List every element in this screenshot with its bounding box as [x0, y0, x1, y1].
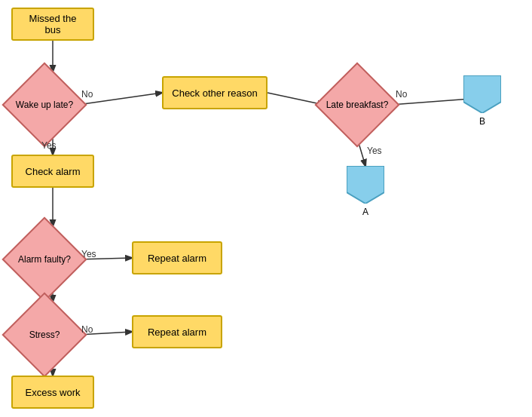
connector-a-label: A [362, 207, 368, 217]
stress-diamond: Stress? [11, 302, 78, 368]
check-alarm-label: Check alarm [26, 166, 81, 177]
late-breakfast-diamond-shape [314, 62, 399, 147]
excess-work-node: Excess work [11, 376, 94, 409]
repeat-alarm-2-label: Repeat alarm [148, 327, 206, 338]
no-late-label: No [396, 89, 407, 100]
connector-b: B [463, 75, 501, 127]
missed-bus-label: Missed the bus [20, 13, 85, 35]
no-stress-label: No [81, 324, 93, 335]
repeat-alarm-1-label: Repeat alarm [148, 253, 206, 264]
svg-marker-11 [347, 166, 384, 204]
yes-wake-label: Yes [41, 140, 57, 151]
alarm-faulty-diamond: Alarm faulty? [11, 226, 78, 293]
wake-up-late-diamond: Wake up late? [11, 72, 78, 138]
yes-alarm-label: Yes [81, 249, 96, 259]
connector-a-shape [347, 166, 384, 204]
arrows-svg [0, 0, 532, 417]
missed-bus-node: Missed the bus [11, 8, 94, 41]
connector-b-label: B [479, 116, 485, 127]
check-other-reason-label: Check other reason [172, 87, 257, 99]
flowchart: Missed the bus Wake up late? Check other… [0, 0, 532, 417]
repeat-alarm-2-node: Repeat alarm [132, 315, 222, 348]
stress-diamond-shape [2, 292, 87, 377]
excess-work-label: Excess work [26, 387, 81, 398]
connector-a: A [347, 166, 384, 217]
check-alarm-node: Check alarm [11, 155, 94, 188]
late-breakfast-diamond: Late breakfast? [324, 72, 390, 138]
connector-b-shape [463, 75, 501, 113]
check-other-reason-node: Check other reason [162, 76, 268, 109]
svg-marker-12 [463, 75, 501, 113]
yes-late-label: Yes [367, 146, 382, 156]
wake-up-late-diamond-shape [2, 62, 87, 147]
alarm-faulty-diamond-shape [2, 216, 87, 302]
no-wake-label: No [81, 89, 93, 100]
repeat-alarm-1-node: Repeat alarm [132, 241, 222, 274]
